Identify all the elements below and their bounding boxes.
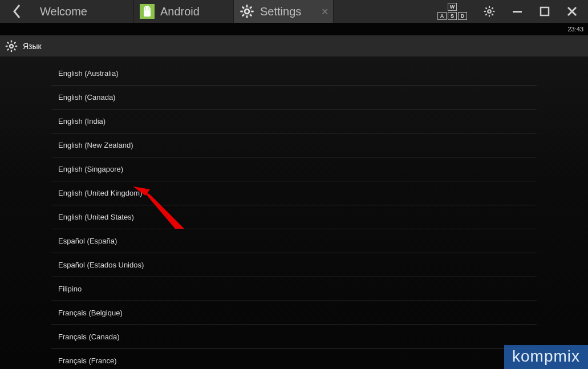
tab-settings[interactable]: Settings ✕	[234, 0, 334, 23]
list-item[interactable]: Filipino	[51, 277, 537, 301]
language-label: Español (España)	[58, 237, 117, 245]
wasd-keymap-button[interactable]: W A S D	[437, 3, 467, 20]
language-label: English (United States)	[58, 213, 134, 221]
svg-rect-7	[240, 11, 243, 13]
window-controls: W A S D	[437, 0, 588, 23]
svg-rect-30	[15, 45, 18, 46]
svg-rect-17	[493, 11, 494, 12]
list-item[interactable]: Français (Canada)	[51, 325, 537, 349]
svg-rect-15	[489, 15, 490, 17]
content-area: English (Australia) English (Canada) Eng…	[0, 57, 588, 369]
language-label: English (Singapore)	[58, 165, 123, 173]
svg-rect-32	[7, 48, 9, 50]
minimize-icon	[512, 6, 523, 17]
svg-point-26	[10, 44, 13, 48]
maximize-button[interactable]	[539, 6, 550, 17]
svg-rect-28	[11, 50, 12, 52]
svg-rect-33	[7, 41, 9, 43]
svg-rect-19	[485, 14, 488, 16]
key-d: D	[458, 12, 467, 20]
svg-rect-18	[492, 7, 494, 10]
list-item[interactable]: Français (Belgique)	[51, 301, 537, 325]
minimize-button[interactable]	[512, 6, 523, 17]
gear-icon	[5, 39, 18, 53]
list-item[interactable]: English (Australia)	[51, 62, 537, 86]
key-s: S	[448, 12, 457, 20]
settings-subheader: Язык	[0, 35, 588, 57]
list-item[interactable]: English (Canada)	[51, 86, 537, 110]
svg-rect-8	[251, 11, 254, 13]
svg-rect-34	[14, 48, 16, 50]
page-title: Язык	[23, 42, 42, 51]
key-w: W	[448, 3, 457, 11]
svg-rect-14	[489, 6, 490, 8]
window-titlebar: Welcome Android	[0, 0, 588, 23]
svg-rect-23	[541, 7, 549, 15]
list-item[interactable]: Español (España)	[51, 229, 537, 253]
svg-rect-6	[246, 15, 248, 18]
svg-rect-29	[6, 45, 8, 46]
language-label: Français (Canada)	[58, 332, 120, 341]
maximize-icon	[539, 6, 550, 17]
list-item[interactable]: English (New Zealand)	[51, 133, 537, 157]
android-statusbar: 23:43	[0, 23, 588, 35]
svg-rect-31	[14, 41, 16, 43]
list-item[interactable]: Français (France)	[51, 349, 537, 369]
titlebar-tabs: Welcome Android	[34, 0, 334, 23]
list-item[interactable]: English (Singapore)	[51, 157, 537, 181]
chevron-left-icon	[12, 3, 22, 19]
language-label: English (Canada)	[58, 93, 115, 102]
close-icon[interactable]: ✕	[321, 6, 329, 17]
language-label: Filipino	[58, 285, 82, 293]
svg-rect-22	[513, 11, 522, 13]
language-label: English (Australia)	[58, 69, 119, 78]
svg-point-13	[488, 10, 491, 13]
close-icon	[566, 6, 578, 17]
watermark: kompmix	[504, 345, 588, 369]
list-item[interactable]: Español (Estados Unidos)	[51, 253, 537, 277]
close-window-button[interactable]	[566, 6, 578, 17]
gear-icon	[240, 4, 254, 19]
language-label: English (United Kingdom)	[58, 189, 142, 197]
tab-label: Welcome	[40, 5, 87, 18]
language-label: English (India)	[58, 117, 106, 125]
language-list: English (Australia) English (Canada) Eng…	[51, 62, 537, 369]
language-label: Français (Belgique)	[58, 309, 123, 317]
android-icon	[140, 4, 155, 19]
settings-gear-button[interactable]	[483, 5, 496, 18]
svg-rect-27	[11, 40, 12, 42]
language-label: Español (Estados Unidos)	[58, 261, 144, 269]
svg-rect-16	[484, 11, 486, 12]
list-item[interactable]: English (India)	[51, 110, 537, 133]
language-label: Français (France)	[58, 356, 117, 365]
list-item[interactable]: English (United States)	[51, 205, 537, 229]
tab-android[interactable]: Android	[134, 0, 234, 23]
back-button[interactable]	[0, 0, 34, 23]
tab-welcome[interactable]: Welcome	[34, 0, 134, 23]
svg-rect-20	[485, 7, 488, 10]
svg-rect-5	[246, 5, 248, 7]
key-a: A	[437, 12, 447, 20]
list-item[interactable]: English (United Kingdom)	[51, 181, 537, 205]
gear-icon	[483, 5, 496, 18]
tab-label: Settings	[260, 5, 301, 18]
tab-label: Android	[160, 5, 200, 18]
clock: 23:43	[567, 26, 583, 33]
svg-rect-21	[492, 14, 494, 16]
language-label: English (New Zealand)	[58, 141, 133, 149]
svg-point-1	[145, 7, 146, 9]
svg-point-2	[148, 7, 149, 9]
